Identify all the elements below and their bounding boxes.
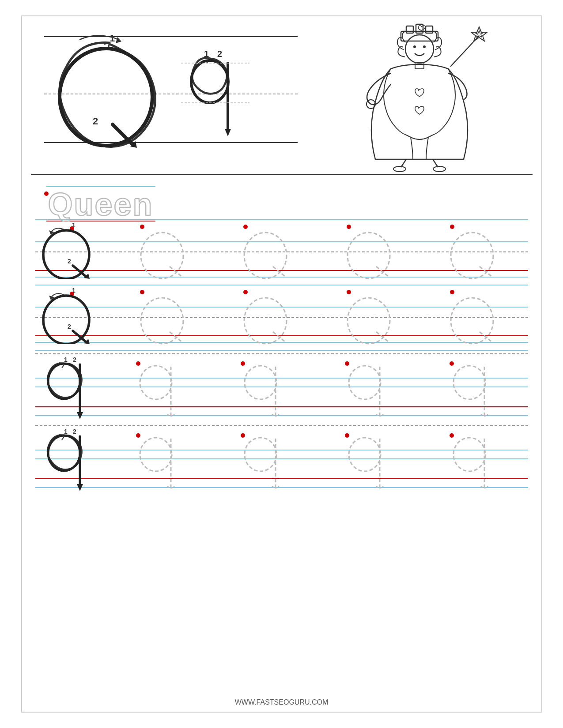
svg-text:2: 2: [93, 116, 98, 127]
trace-q-r2-1: [138, 290, 186, 345]
trace-lq-1: [135, 357, 181, 419]
svg-point-55: [140, 290, 144, 294]
svg-point-92: [241, 433, 245, 438]
trace-lq-r2-1: [135, 429, 181, 491]
svg-point-72: [136, 361, 140, 366]
footer-url: WWW.FASTSEOGURU.COM: [235, 698, 329, 706]
footer: WWW.FASTSEOGURU.COM: [22, 698, 541, 706]
trace-q-1: [138, 225, 186, 280]
trace-lq-2: [239, 357, 286, 419]
svg-point-19: [423, 45, 426, 48]
svg-point-8: [191, 60, 228, 103]
svg-point-76: [245, 366, 276, 399]
example-lowercase-q-2: 1 2: [38, 428, 102, 492]
trace-lowercase-q-row2: [106, 428, 524, 492]
svg-point-43: [348, 233, 390, 278]
svg-point-18: [413, 45, 416, 48]
queen-svg: [349, 23, 490, 173]
svg-point-79: [349, 366, 381, 399]
svg-text:1: 1: [64, 356, 68, 363]
svg-point-93: [245, 438, 276, 471]
trace-q-3: [344, 225, 393, 280]
svg-point-42: [347, 225, 351, 229]
svg-point-81: [450, 361, 454, 366]
trace-q-r2-4: [448, 290, 496, 345]
svg-point-90: [140, 438, 172, 471]
queen-illustration: [306, 25, 532, 170]
svg-point-56: [141, 298, 183, 344]
example-capital-q: 1 2: [38, 221, 106, 279]
word-section: Queen: [31, 175, 533, 219]
svg-point-69: [48, 364, 80, 399]
trace-q-r2-3: [344, 290, 393, 345]
svg-marker-71: [77, 412, 83, 419]
svg-marker-88: [77, 484, 83, 491]
svg-point-58: [243, 290, 248, 294]
trace-lq-3: [344, 357, 390, 419]
svg-marker-23: [471, 27, 487, 41]
svg-text:2: 2: [68, 258, 71, 265]
trace-lq-r2-3: [344, 429, 390, 491]
trace-q-2: [241, 225, 290, 280]
worksheet-page: 1 2: [21, 15, 542, 713]
svg-marker-5: [116, 37, 121, 43]
svg-point-64: [450, 290, 454, 294]
svg-point-45: [450, 225, 454, 229]
practice-row-capital-q-2: 1 2: [35, 285, 528, 350]
svg-point-27: [393, 166, 406, 172]
trace-lq-r2-4: [448, 429, 495, 491]
practice-row-lowercase-q-1: 1 2: [35, 353, 528, 422]
svg-point-78: [345, 361, 349, 366]
svg-rect-14: [406, 26, 413, 33]
svg-point-28: [433, 166, 446, 172]
svg-line-25: [401, 159, 406, 167]
letter-demo: 1 2: [31, 25, 307, 170]
svg-point-37: [141, 233, 183, 278]
svg-point-59: [244, 298, 287, 344]
svg-point-1: [60, 49, 152, 146]
svg-point-95: [345, 433, 349, 438]
svg-point-99: [453, 438, 485, 471]
svg-point-40: [244, 233, 287, 278]
svg-point-50: [43, 296, 89, 344]
trace-lq-4: [448, 357, 495, 419]
svg-point-89: [136, 433, 140, 438]
svg-text:2: 2: [73, 356, 76, 363]
small-q-letter: 1 2: [181, 43, 252, 166]
svg-point-46: [451, 233, 493, 278]
big-q-letter: 1 2: [44, 32, 168, 160]
word-trace: Queen: [46, 186, 155, 222]
svg-marker-24: [476, 30, 483, 37]
trace-lowercase-q-row1: [106, 356, 524, 420]
practice-row-lowercase-q-2: 1 2: [35, 425, 528, 494]
svg-point-98: [450, 433, 454, 438]
svg-point-86: [48, 435, 80, 471]
example-capital-q-2: 1 2: [38, 287, 106, 344]
svg-point-17: [405, 35, 434, 63]
svg-text:2: 2: [73, 428, 76, 435]
trace-capital-q-row1: [110, 221, 524, 282]
trace-capital-q-row2: [110, 287, 524, 348]
example-lowercase-q-1: 1 2: [38, 356, 102, 420]
top-section: 1 2: [31, 25, 533, 175]
practice-section: 1 2: [31, 219, 533, 494]
svg-rect-16: [426, 26, 433, 33]
svg-marker-10: [225, 129, 231, 136]
trace-q-r2-2: [241, 290, 290, 345]
trace-lq-r2-2: [239, 429, 286, 491]
svg-point-82: [453, 366, 485, 399]
svg-point-36: [140, 225, 144, 229]
svg-point-61: [347, 290, 351, 294]
svg-point-62: [348, 298, 390, 344]
svg-point-39: [243, 225, 248, 229]
trace-q-4: [448, 225, 496, 280]
svg-text:2: 2: [217, 49, 222, 59]
svg-point-73: [140, 366, 172, 399]
svg-point-31: [43, 230, 89, 279]
svg-point-65: [451, 298, 493, 344]
practice-row-capital-q-1: 1 2: [35, 219, 528, 285]
svg-point-75: [241, 361, 245, 366]
svg-text:1: 1: [64, 428, 68, 435]
svg-line-26: [433, 159, 438, 167]
svg-point-96: [349, 438, 381, 471]
